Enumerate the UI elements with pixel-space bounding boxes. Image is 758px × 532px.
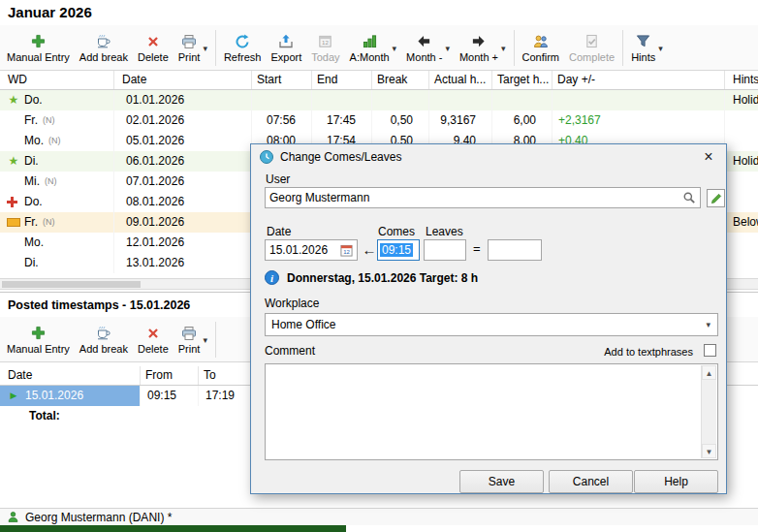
info-row: i Donnerstag, 15.01.2026 Target: 8 h <box>265 270 478 285</box>
column-header-wd[interactable]: WD <box>0 71 114 89</box>
user-input[interactable]: Georg Mustermann <box>265 187 701 208</box>
column-header-date[interactable]: Date <box>0 366 141 385</box>
funnel-icon <box>635 34 652 49</box>
scrollbar-thumb[interactable] <box>2 281 141 288</box>
export-icon <box>277 34 295 49</box>
gray-check-document-icon <box>584 34 601 49</box>
cell-to: 17:19 <box>199 386 257 406</box>
coffee-cup-icon <box>95 326 112 341</box>
toolbar-button-month-next[interactable]: Month + ▾ <box>455 27 511 69</box>
toolbar-button-confirm[interactable]: Confirm <box>518 27 565 69</box>
cell-date: 13.01.2026 <box>114 253 252 273</box>
chevron-down-icon: ▾ <box>203 44 207 53</box>
comes-label: Comes <box>378 225 415 238</box>
toolbar-button-add-break[interactable]: Add break <box>75 27 133 69</box>
toolbar-button-refresh[interactable]: Refresh <box>219 27 267 69</box>
table-row[interactable]: ★Do.01.01.2026Holiday <box>0 90 758 110</box>
toolbar-button-a-month[interactable]: A:Month ▾ <box>345 27 402 69</box>
cell-date: 06.01.2026 <box>114 151 252 172</box>
column-header-day-diff[interactable]: Day +/- <box>553 71 725 89</box>
pencil-icon <box>711 193 722 204</box>
add-to-textphrases-label: Add to textphrases <box>604 346 693 358</box>
calendar-picker-icon[interactable]: 12 <box>340 244 353 257</box>
result-input[interactable] <box>488 239 542 261</box>
close-icon[interactable]: × <box>699 148 718 166</box>
cell-hint <box>725 192 758 212</box>
help-button[interactable]: Help <box>634 470 718 493</box>
toolbar-button-add-break[interactable]: Add break <box>75 319 133 360</box>
scroll-down-icon[interactable]: ▼ <box>702 444 716 458</box>
column-header-hints[interactable]: Hints <box>725 71 758 89</box>
cell-day-diff <box>553 90 725 110</box>
comment-label: Comment <box>265 344 315 358</box>
cell-day-diff: +2,3167 <box>553 110 725 131</box>
toolbar-button-delete[interactable]: Delete <box>133 27 174 69</box>
arrow-right-icon <box>470 34 488 49</box>
cell-wd: ★Di. <box>0 151 114 172</box>
two-people-icon <box>532 34 550 49</box>
printer-icon <box>180 326 198 341</box>
app-window: Januar 2026 Manual Entry Add break Delet… <box>0 0 758 532</box>
cell-date: 08.01.2026 <box>114 192 252 212</box>
toolbar-button-manual-entry[interactable]: Manual Entry <box>2 27 75 69</box>
column-header-from[interactable]: From <box>141 366 199 385</box>
toolbar-button-print[interactable]: Print ▾ <box>174 319 212 360</box>
edit-user-button[interactable] <box>707 189 725 207</box>
cell-start: 07:56 <box>252 110 312 131</box>
green-chart-icon <box>361 34 378 49</box>
toolbar-button-hints[interactable]: Hints ▾ <box>626 27 668 69</box>
red-x-icon <box>144 34 162 49</box>
cell-date: 09.01.2026 <box>114 212 252 233</box>
date-label: Date <box>267 225 291 238</box>
previous-day-button[interactable]: ← <box>360 239 379 261</box>
workplace-label: Workplace <box>265 297 319 310</box>
cell-start <box>252 90 312 110</box>
toolbar-button-month-prev[interactable]: Month - ▾ <box>401 27 455 69</box>
save-button[interactable]: Save <box>459 470 544 493</box>
cell-target: 6,00 <box>492 110 553 131</box>
red-cross-icon <box>7 197 20 207</box>
column-header-start[interactable]: Start <box>252 71 312 89</box>
column-header-date[interactable]: Date <box>114 71 252 89</box>
cell-date: 05.01.2026 <box>114 131 252 151</box>
red-x-icon <box>144 326 162 341</box>
total-label: Total: <box>0 406 141 426</box>
toolbar-button-today[interactable]: 12 Today <box>306 27 344 69</box>
search-icon[interactable] <box>682 191 696 204</box>
toolbar-separator <box>514 30 515 66</box>
cancel-button[interactable]: Cancel <box>549 470 633 493</box>
cell-wd: Mi.(N) <box>0 172 114 192</box>
change-comes-leaves-dialog: Change Comes/Leaves × User Georg Musterm… <box>250 143 727 494</box>
toolbar-button-export[interactable]: Export <box>266 27 306 69</box>
user-label: User <box>266 172 290 186</box>
chevron-down-icon: ▾ <box>501 44 506 53</box>
column-header-end[interactable]: End <box>312 71 372 89</box>
date-input[interactable]: 15.01.2026 12 <box>265 239 358 261</box>
toolbar-button-manual-entry[interactable]: Manual Entry <box>2 319 75 360</box>
column-header-actual[interactable]: Actual h... <box>429 71 492 89</box>
table-row[interactable]: Fr.(N)02.01.202607:5617:450,509,31676,00… <box>0 110 758 131</box>
toolbar-button-delete[interactable]: Delete <box>133 319 174 360</box>
calendar-icon: 12 <box>317 34 334 49</box>
column-header-to[interactable]: To <box>199 366 257 385</box>
cell-date: 02.01.2026 <box>114 110 252 131</box>
column-header-break[interactable]: Break <box>372 71 429 89</box>
column-header-target[interactable]: Target h... <box>492 71 553 89</box>
leaves-input[interactable] <box>424 239 466 261</box>
vertical-scrollbar[interactable]: ▲ ▼ <box>701 365 716 458</box>
comes-input[interactable]: 09:15 <box>377 239 420 261</box>
add-to-textphrases-checkbox[interactable] <box>704 344 716 357</box>
toolbar-button-print[interactable]: Print ▾ <box>174 27 212 69</box>
cell-hint <box>725 253 758 273</box>
printer-icon <box>180 34 198 49</box>
leaves-label: Leaves <box>426 225 463 238</box>
workplace-select[interactable]: Home Office ▾ <box>265 313 718 336</box>
cell-hint <box>725 110 758 131</box>
holiday-star-icon: ★ <box>7 151 20 172</box>
status-user-name: Georg Mustermann (DANI) * <box>25 511 172 524</box>
dialog-titlebar[interactable]: Change Comes/Leaves × <box>251 144 726 170</box>
comment-textarea[interactable]: ▲ ▼ <box>265 363 718 460</box>
scroll-up-icon[interactable]: ▲ <box>702 365 716 380</box>
toolbar-button-complete[interactable]: Complete <box>564 27 619 69</box>
equals-sign: = <box>473 241 481 256</box>
